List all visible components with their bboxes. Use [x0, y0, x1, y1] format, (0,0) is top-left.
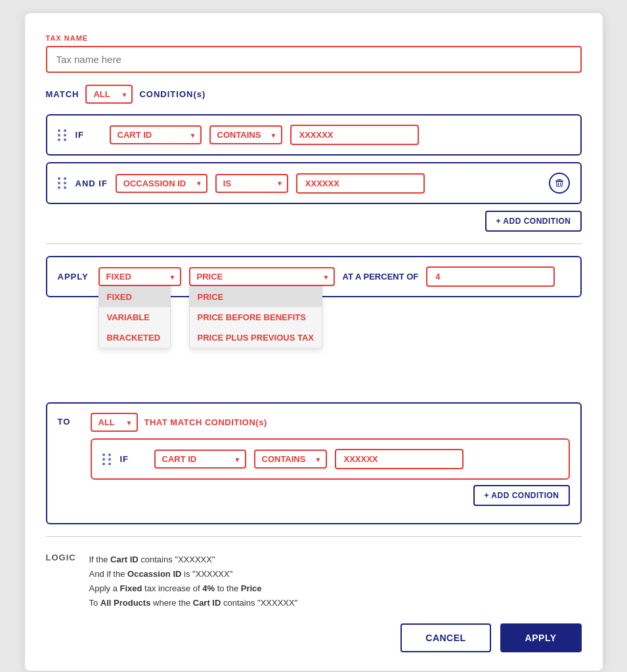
to-if-field-wrapper: CART ID OCCASSION ID ▼ [154, 450, 246, 469]
and-if-operator-select[interactable]: IS CONTAINS IS NOT [215, 174, 288, 193]
and-if-value-input[interactable] [296, 173, 425, 194]
conditions-label: CONDITION(s) [139, 89, 205, 99]
tax-name-label: TAX NAME [46, 34, 582, 42]
trash-icon [555, 178, 564, 188]
tax-name-input[interactable] [46, 46, 582, 73]
drag-handle-if[interactable] [58, 129, 68, 141]
svg-rect-1 [557, 179, 561, 180]
to-if-operator-wrapper: CONTAINS IS IS NOT ▼ [254, 450, 327, 469]
match-row: MATCH ALL ANY ▼ CONDITION(s) [46, 85, 582, 104]
tax-name-section: TAX NAME [46, 34, 582, 85]
to-if-label: IF [120, 454, 146, 464]
to-match-wrapper: ALL ANY ▼ [91, 413, 138, 432]
add-condition-row-2: + ADD CONDITION [91, 485, 570, 506]
drag-handle-and-if[interactable] [58, 177, 68, 189]
and-if-condition-row: AND IF OCCASSION ID CART ID ▼ IS CONTAIN… [46, 162, 582, 204]
to-match-row: ALL ANY ▼ THAT MATCH CONDITION(s) [91, 413, 570, 432]
match-select[interactable]: ALL ANY [85, 85, 133, 104]
match-select-wrapper: ALL ANY ▼ [85, 85, 133, 104]
add-condition-row-1: + ADD CONDITION [46, 211, 582, 232]
if-label: IF [76, 130, 102, 140]
logic-line-2: And if the Occassion ID is "XXXXXX" [89, 567, 582, 581]
delete-and-if-button[interactable] [549, 173, 570, 194]
if-operator-select[interactable]: CONTAINS IS IS NOT [209, 125, 282, 144]
logic-line-4: To All Products where the Cart ID contai… [89, 596, 582, 610]
price-option-price[interactable]: PRICE [190, 287, 322, 307]
to-if-field-select[interactable]: CART ID OCCASSION ID [154, 450, 246, 469]
logic-section: LOGIC If the Cart ID contains "XXXXXX" A… [46, 550, 582, 610]
divider-1 [46, 243, 582, 244]
if-field-select[interactable]: CART ID OCCASSION ID [110, 125, 202, 144]
apply-type-wrapper: FIXED VARIABLE BRACKETED ▼ FIXED VARIABL… [98, 267, 181, 286]
apply-type-dropdown: FIXED VARIABLE BRACKETED [98, 286, 171, 348]
price-option-price-plus[interactable]: PRICE PLUS PREVIOUS TAX [190, 327, 322, 348]
logic-row: LOGIC If the Cart ID contains "XXXXXX" A… [46, 553, 582, 610]
and-if-field-wrapper: OCCASSION ID CART ID ▼ [116, 174, 207, 193]
logic-label: LOGIC [46, 553, 79, 562]
type-option-fixed[interactable]: FIXED [99, 287, 170, 307]
to-content: ALL ANY ▼ THAT MATCH CONDITION(s) IF CAR… [91, 413, 570, 514]
modal-container: TAX NAME MATCH ALL ANY ▼ CONDITION(s) IF… [25, 13, 603, 671]
logic-lines: If the Cart ID contains "XXXXXX" And if … [89, 553, 582, 610]
if-condition-row: IF CART ID OCCASSION ID ▼ CONTAINS IS IS… [46, 114, 582, 156]
to-if-value-input[interactable] [335, 449, 464, 469]
and-if-label: AND IF [76, 178, 108, 188]
cancel-button[interactable]: CANCEL [400, 623, 490, 652]
apply-price-select[interactable]: PRICE PRICE BEFORE BENEFITS PRICE PLUS P… [189, 267, 335, 286]
if-value-input[interactable] [290, 125, 419, 145]
percent-value-input[interactable] [426, 266, 555, 287]
apply-condition-row: APPLY FIXED VARIABLE BRACKETED ▼ FIXED V… [46, 256, 582, 297]
to-match-select[interactable]: ALL ANY [91, 413, 138, 432]
divider-2 [46, 536, 582, 537]
price-option-price-before[interactable]: PRICE BEFORE BENEFITS [190, 307, 322, 327]
apply-price-wrapper: PRICE PRICE BEFORE BENEFITS PRICE PLUS P… [189, 267, 335, 286]
to-label: TO [58, 413, 91, 427]
add-condition-button-2[interactable]: + ADD CONDITION [473, 485, 569, 506]
to-section: TO ALL ANY ▼ THAT MATCH CONDITION(s) IF [46, 402, 582, 524]
type-option-variable[interactable]: VARIABLE [99, 307, 170, 327]
if-field-wrapper: CART ID OCCASSION ID ▼ [110, 125, 202, 144]
and-if-field-select[interactable]: OCCASSION ID CART ID [116, 174, 207, 193]
apply-button[interactable]: APPLY [500, 623, 582, 652]
match-label: MATCH [46, 89, 79, 99]
if-operator-wrapper: CONTAINS IS IS NOT ▼ [209, 125, 282, 144]
to-if-operator-select[interactable]: CONTAINS IS IS NOT [254, 450, 327, 469]
logic-line-1: If the Cart ID contains "XXXXXX" [89, 553, 582, 567]
apply-price-dropdown: PRICE PRICE BEFORE BENEFITS PRICE PLUS P… [189, 286, 322, 348]
apply-section-wrapper: APPLY FIXED VARIABLE BRACKETED ▼ FIXED V… [46, 256, 582, 297]
to-if-condition-row: IF CART ID OCCASSION ID ▼ CONTAINS IS IS… [91, 438, 570, 480]
and-if-operator-wrapper: IS CONTAINS IS NOT ▼ [215, 174, 288, 193]
that-match-label: THAT MATCH CONDITION(s) [144, 417, 267, 427]
type-option-bracketed[interactable]: BRACKETED [99, 327, 170, 348]
apply-label: APPLY [58, 272, 91, 282]
footer-buttons: CANCEL APPLY [46, 623, 582, 652]
drag-handle-to-if[interactable] [102, 453, 112, 465]
logic-line-3: Apply a Fixed tax increase of 4% to the … [89, 581, 582, 596]
add-condition-button-1[interactable]: + ADD CONDITION [485, 211, 581, 232]
apply-type-select[interactable]: FIXED VARIABLE BRACKETED [98, 267, 181, 286]
at-percent-label: AT A PERCENT OF [343, 272, 419, 282]
